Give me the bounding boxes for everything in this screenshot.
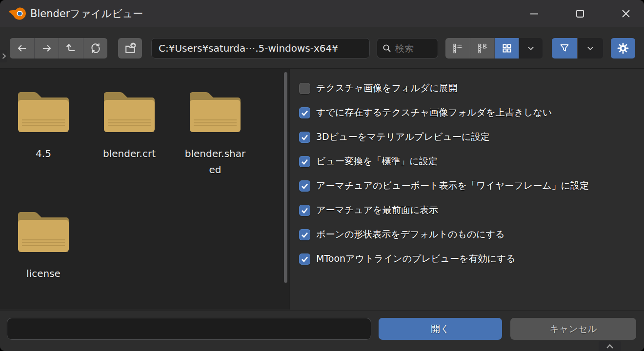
forward-button[interactable]: [34, 38, 59, 58]
arrow-back-icon: [16, 42, 28, 55]
check-icon: [301, 206, 309, 214]
filter-toggle-button[interactable]: [552, 38, 577, 58]
search-icon: [382, 43, 392, 53]
option-label: アーマチュアのビューポート表示を「ワイヤーフレーム」に設定: [316, 179, 589, 192]
file-label: blender.crt: [103, 146, 156, 162]
back-button[interactable]: [10, 38, 34, 58]
option-label: テクスチャ画像をフォルダに展開: [316, 82, 458, 95]
open-button[interactable]: 開く: [379, 318, 502, 340]
option-row: すでに存在するテクスチャ画像フォルダを上書きしない: [299, 100, 644, 125]
view-detail-icon: [477, 42, 488, 54]
option-row: テクスチャ画像をフォルダに展開: [299, 76, 644, 100]
checkbox-mtoon-outline-preview[interactable]: [299, 254, 310, 265]
option-row: 3Dビューをマテリアルプレビューに設定: [299, 125, 644, 149]
new-folder-button[interactable]: [118, 38, 142, 58]
chevron-up-icon: [605, 343, 615, 350]
chevron-down-icon: [585, 43, 596, 54]
gear-icon: [617, 42, 629, 55]
new-folder-icon: [123, 41, 137, 55]
folder-icon: [102, 89, 157, 134]
filter-settings-dropdown[interactable]: [577, 38, 603, 58]
maximize-icon: [574, 8, 586, 20]
checkbox-bone-shape-default[interactable]: [299, 229, 310, 240]
toolbar: [0, 27, 644, 69]
check-icon: [301, 109, 309, 117]
parent-directory-button[interactable]: [59, 38, 83, 58]
option-label: ボーンの形状表示をデフォルトのものにする: [316, 228, 505, 241]
blender-logo: [9, 6, 26, 21]
option-label: ビュー変換を「標準」に設定: [316, 155, 438, 168]
titlebar: Blenderファイルビュー: [0, 0, 644, 27]
path-input[interactable]: [151, 38, 370, 58]
display-mode-group: [445, 38, 543, 58]
view-thumbnail-icon: [501, 42, 513, 54]
option-row: ボーンの形状表示をデフォルトのものにする: [299, 222, 644, 247]
check-icon: [301, 157, 309, 166]
folder-icon: [16, 89, 71, 134]
expand-footer-toggle[interactable]: [599, 341, 621, 351]
file-item-folder[interactable]: 4.5: [0, 89, 86, 209]
main-area: 4.5 blender.crt blende: [0, 69, 644, 310]
option-row: アーマチュアのビューポート表示を「ワイヤーフレーム」に設定: [299, 174, 644, 198]
option-label: アーマチュアを最前面に表示: [316, 204, 438, 216]
file-label: 4.5: [36, 146, 51, 162]
check-icon: [301, 231, 309, 239]
view-detail-button[interactable]: [470, 38, 494, 58]
display-settings-dropdown[interactable]: [519, 38, 543, 58]
cancel-button[interactable]: キャンセル: [510, 318, 636, 340]
file-item-folder[interactable]: blender.crt: [86, 89, 172, 209]
checkbox-armature-in-front[interactable]: [299, 205, 310, 216]
minimize-icon: [528, 8, 540, 20]
check-icon: [301, 255, 309, 263]
footer-bar: 開く キャンセル: [0, 310, 644, 351]
checkbox-armature-wireframe[interactable]: [299, 180, 310, 192]
arrow-forward-icon: [40, 42, 53, 55]
option-label: すでに存在するテクスチャ画像フォルダを上書きしない: [316, 106, 552, 119]
filename-input[interactable]: [7, 318, 371, 340]
view-list-button[interactable]: [445, 38, 470, 58]
refresh-button[interactable]: [83, 38, 107, 58]
checkbox-material-preview[interactable]: [299, 132, 310, 143]
checkbox-no-overwrite-texture-folder[interactable]: [299, 107, 310, 118]
search-box[interactable]: [377, 38, 438, 58]
blender-file-view-window: Blenderファイルビュー: [0, 0, 644, 351]
settings-button[interactable]: [611, 38, 635, 58]
import-options-panel: テクスチャ画像をフォルダに展開 すでに存在するテクスチャ画像フォルダを上書きしな…: [290, 69, 644, 310]
minimize-button[interactable]: [528, 7, 541, 20]
window-controls: [528, 0, 632, 27]
option-row: アーマチュアを最前面に表示: [299, 198, 644, 222]
file-label: blender.shared: [184, 146, 246, 178]
option-label: MToonアウトラインのプレビューを有効にする: [316, 253, 516, 265]
file-list-scrollbar[interactable]: [284, 72, 287, 283]
option-row: MToonアウトラインのプレビューを有効にする: [299, 247, 644, 271]
file-grid: 4.5 blender.crt blende: [0, 89, 274, 329]
view-list-icon: [452, 42, 463, 54]
close-icon: [620, 8, 632, 20]
window-title: Blenderファイルビュー: [30, 0, 143, 27]
folder-icon: [188, 89, 242, 134]
checkbox-view-transform-standard[interactable]: [299, 156, 310, 167]
close-button[interactable]: [620, 7, 632, 20]
option-row: ビュー変換を「標準」に設定: [299, 149, 644, 174]
navigation-button-group: [10, 38, 107, 58]
check-icon: [301, 133, 309, 141]
filter-group: [552, 38, 603, 58]
filter-funnel-icon: [559, 42, 570, 54]
search-input[interactable]: [395, 43, 434, 54]
check-icon: [301, 182, 309, 190]
checkbox-extract-textures[interactable]: [299, 83, 310, 94]
chevron-down-icon: [525, 43, 536, 54]
refresh-icon: [89, 42, 102, 55]
expand-source-panel-toggle[interactable]: [0, 50, 7, 62]
file-list-panel[interactable]: 4.5 blender.crt blende: [0, 69, 290, 310]
file-item-folder[interactable]: blender.shared: [172, 89, 258, 209]
maximize-button[interactable]: [574, 7, 586, 20]
file-label: license: [26, 266, 60, 282]
view-thumbnail-button[interactable]: [494, 38, 519, 58]
option-label: 3Dビューをマテリアルプレビューに設定: [316, 131, 490, 143]
arrow-up-parent-icon: [65, 42, 78, 55]
folder-icon: [16, 209, 71, 254]
expand-panel-icon: [1, 53, 7, 59]
